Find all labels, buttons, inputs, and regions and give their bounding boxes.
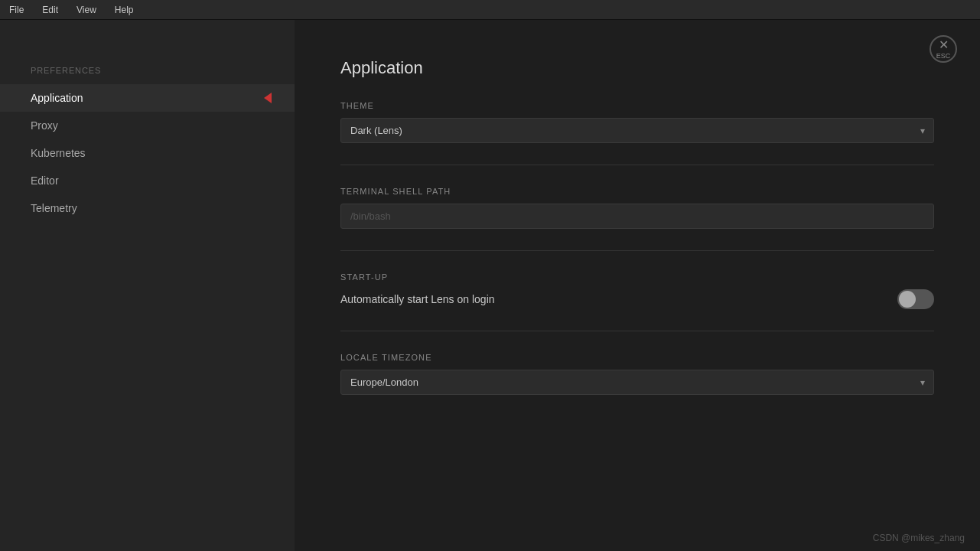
locale-timezone-section: LOCALE TIMEZONE Europe/London UTC Americ… [340, 353, 934, 395]
startup-label: START-UP [340, 272, 934, 282]
sidebar-item-label-editor: Editor [31, 174, 59, 187]
startup-section: START-UP Automatically start Lens on log… [340, 272, 934, 309]
footer-watermark: CSDN @mikes_zhang [873, 533, 965, 543]
sidebar: PREFERENCES Application Proxy Kubernetes… [0, 20, 295, 551]
auto-start-toggle[interactable] [897, 289, 934, 309]
startup-row: Automatically start Lens on login [340, 289, 934, 309]
sidebar-item-kubernetes[interactable]: Kubernetes [0, 139, 295, 167]
close-button[interactable]: ✕ ESC [930, 35, 957, 63]
sidebar-item-application[interactable]: Application [0, 84, 295, 112]
main-container: PREFERENCES Application Proxy Kubernetes… [0, 20, 980, 551]
theme-select[interactable]: Dark (Lens) Light System [340, 118, 934, 143]
toggle-track [897, 289, 934, 309]
locale-timezone-select-wrapper: Europe/London UTC America/New_York Ameri… [340, 370, 934, 395]
sidebar-item-proxy[interactable]: Proxy [0, 112, 295, 139]
divider-1 [340, 165, 934, 165]
close-x-icon: ✕ [939, 39, 949, 51]
terminal-shell-input[interactable] [340, 204, 934, 229]
sidebar-item-editor[interactable]: Editor [0, 167, 295, 194]
content-area: ✕ ESC Application THEME Dark (Lens) Ligh… [295, 20, 980, 551]
sidebar-item-label-application: Application [31, 92, 83, 104]
auto-start-label: Automatically start Lens on login [340, 293, 495, 305]
menu-help[interactable]: Help [112, 3, 137, 17]
page-title: Application [340, 58, 934, 78]
theme-select-wrapper: Dark (Lens) Light System ▾ [340, 118, 934, 143]
terminal-shell-section: TERMINAL SHELL PATH [340, 187, 934, 229]
theme-label: THEME [340, 101, 934, 110]
sidebar-item-label-proxy: Proxy [31, 119, 58, 132]
esc-label: ESC [936, 52, 951, 60]
menu-file[interactable]: File [6, 3, 27, 17]
divider-3 [340, 331, 934, 331]
sidebar-item-label-telemetry: Telemetry [31, 202, 77, 214]
sidebar-section-label: PREFERENCES [0, 66, 295, 84]
theme-section: THEME Dark (Lens) Light System ▾ [340, 101, 934, 143]
menubar: File Edit View Help [0, 0, 980, 20]
terminal-shell-label: TERMINAL SHELL PATH [340, 187, 934, 196]
menu-edit[interactable]: Edit [39, 3, 61, 17]
divider-2 [340, 250, 934, 251]
active-arrow-icon [264, 93, 272, 103]
menu-view[interactable]: View [73, 3, 99, 17]
sidebar-item-label-kubernetes: Kubernetes [31, 147, 86, 159]
locale-timezone-select[interactable]: Europe/London UTC America/New_York Ameri… [340, 370, 934, 395]
sidebar-item-telemetry[interactable]: Telemetry [0, 194, 295, 222]
toggle-thumb [899, 291, 916, 308]
locale-timezone-label: LOCALE TIMEZONE [340, 353, 934, 362]
